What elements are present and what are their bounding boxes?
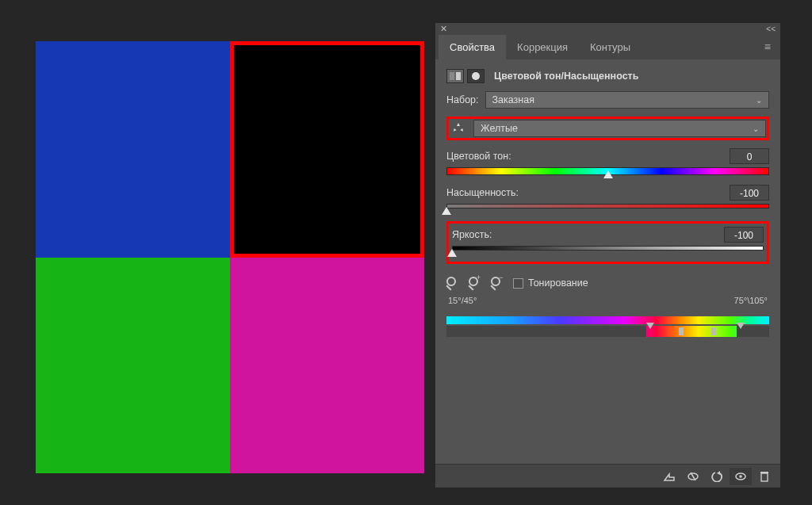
panel-tabs: Свойства Коррекция Контуры ≡: [435, 34, 780, 59]
scrubby-icon[interactable]: [450, 120, 467, 137]
eyedropper-row: + − Тонирование: [446, 277, 769, 289]
range-handle-outer-left[interactable]: [646, 324, 653, 339]
clip-to-layer-icon[interactable]: [658, 468, 680, 485]
colorize-checkbox[interactable]: [513, 278, 523, 289]
preset-label: Набор:: [446, 94, 479, 105]
svg-rect-0: [450, 72, 454, 80]
chevron-down-icon: ⌄: [756, 96, 762, 105]
color-square-magenta: [230, 258, 424, 473]
panel-footer: [435, 464, 780, 488]
adjustment-header: Цветовой тон/Насыщенность: [446, 69, 769, 83]
saturation-label: Насыщенность:: [446, 187, 519, 198]
saturation-track[interactable]: [446, 204, 769, 213]
properties-panel: ✕ << Свойства Коррекция Контуры ≡ Цветов…: [435, 23, 780, 488]
range-handle-inner-left[interactable]: [679, 324, 685, 339]
svg-rect-6: [761, 473, 768, 481]
lightness-label: Яркость:: [452, 229, 492, 240]
svg-rect-7: [760, 472, 768, 473]
color-square-black-selected: [230, 41, 424, 258]
hue-slider: Цветовой тон: 0: [446, 148, 769, 177]
range-handle-outer-right[interactable]: [737, 324, 743, 339]
eyedropper-add-icon[interactable]: +: [469, 277, 481, 289]
chevron-down-icon: ⌄: [753, 124, 759, 133]
reset-icon[interactable]: [706, 468, 728, 485]
canvas-area: [36, 41, 424, 473]
svg-rect-1: [456, 72, 461, 80]
lightness-thumb[interactable]: [447, 249, 457, 257]
color-square-blue: [36, 41, 230, 258]
lightness-value[interactable]: -100: [724, 227, 764, 243]
adjustment-title: Цветовой тон/Насыщенность: [494, 71, 638, 82]
saturation-slider: Насыщенность: -100: [446, 185, 769, 213]
eyedropper-subtract-icon[interactable]: −: [491, 277, 504, 289]
color-range-row-highlighted: Желтые ⌄: [446, 117, 769, 140]
hue-thumb[interactable]: [603, 170, 613, 178]
saturation-value[interactable]: -100: [730, 185, 769, 201]
saturation-thumb[interactable]: [442, 207, 451, 215]
panel-titlebar: ✕ <<: [435, 23, 780, 34]
visibility-icon[interactable]: [730, 468, 752, 485]
lightness-row-highlighted: Яркость: -100: [446, 221, 769, 264]
collapse-icon[interactable]: <<: [766, 25, 776, 33]
tab-adjustments[interactable]: Коррекция: [506, 35, 579, 59]
eyedropper-icon[interactable]: [446, 277, 459, 289]
preset-dropdown[interactable]: Заказная ⌄: [485, 91, 769, 109]
preset-value: Заказная: [492, 94, 534, 105]
color-range-dropdown[interactable]: Желтые ⌄: [473, 120, 766, 137]
lightness-slider: Яркость: -100: [452, 227, 764, 255]
color-range-value: Желтые: [481, 123, 518, 134]
degrees-right: 75°\105°: [734, 296, 768, 305]
close-icon[interactable]: ✕: [440, 24, 447, 34]
tab-paths[interactable]: Контуры: [579, 35, 642, 59]
svg-point-5: [739, 475, 742, 478]
color-square-green: [36, 258, 230, 473]
mask-icon[interactable]: [467, 69, 485, 83]
trash-icon[interactable]: [753, 468, 776, 485]
svg-point-2: [472, 72, 480, 80]
colorize-label: Тонирование: [528, 277, 588, 289]
preset-row: Набор: Заказная ⌄: [446, 91, 769, 109]
degree-readout: 15°/45° 75°\105°: [446, 296, 769, 305]
panel-menu-icon[interactable]: ≡: [755, 40, 780, 53]
degrees-left: 15°/45°: [448, 296, 477, 305]
tab-properties[interactable]: Свойства: [439, 35, 506, 59]
view-previous-icon[interactable]: [682, 468, 704, 485]
hue-track[interactable]: [446, 167, 769, 177]
hue-value[interactable]: 0: [730, 148, 769, 164]
hue-label: Цветовой тон:: [446, 151, 511, 162]
hue-range-strip[interactable]: [446, 316, 769, 327]
hue-sat-icon[interactable]: [446, 69, 464, 83]
range-handle-inner-right[interactable]: [711, 324, 718, 339]
lightness-track[interactable]: [452, 246, 764, 255]
